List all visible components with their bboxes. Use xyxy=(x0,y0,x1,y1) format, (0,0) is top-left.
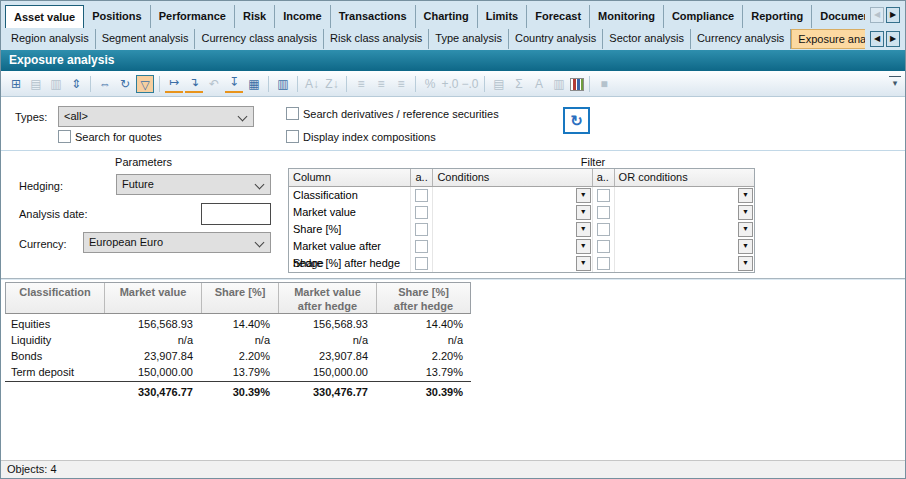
sort-ascending-icon[interactable]: A↓ xyxy=(303,75,321,93)
filter-and-checkbox[interactable] xyxy=(415,206,428,219)
filter-or-checkbox[interactable] xyxy=(597,206,610,219)
export-report-icon[interactable]: ⊞ xyxy=(7,75,25,93)
currency-select[interactable]: European Euro xyxy=(83,232,271,253)
dropdown-arrow-icon[interactable]: ▼ xyxy=(738,205,753,220)
column-select-icon[interactable]: ▥ xyxy=(274,75,292,93)
filter-or-conditions-combo[interactable]: ▼ xyxy=(615,221,754,238)
dropdown-arrow-icon[interactable]: ▼ xyxy=(576,188,591,203)
dropdown-arrow-icon[interactable]: ▼ xyxy=(576,222,591,237)
tab-forecast[interactable]: Forecast xyxy=(527,5,590,28)
tab-positions[interactable]: Positions xyxy=(84,5,151,28)
toolbar-overflow-button[interactable]: ▾ xyxy=(889,76,901,91)
refresh-view-icon[interactable]: ↻ xyxy=(116,75,134,93)
results-header-cell[interactable]: Market value xyxy=(105,283,202,313)
subtab-region-analysis[interactable]: Region analysis xyxy=(5,29,96,49)
subtab-exposure-analysis[interactable]: Exposure analysis xyxy=(791,29,865,49)
search-for-quotes-checkbox[interactable] xyxy=(58,130,71,143)
filter-or-checkbox[interactable] xyxy=(597,223,610,236)
tab-income[interactable]: Income xyxy=(275,5,331,28)
column-settings-icon[interactable]: ▥ xyxy=(550,75,568,93)
dropdown-arrow-icon[interactable]: ▼ xyxy=(738,239,753,254)
analysis-date-input[interactable] xyxy=(201,203,271,225)
filter-icon[interactable]: ▽ xyxy=(136,75,154,93)
filter-conditions-combo[interactable]: ▼ xyxy=(433,221,592,238)
table-row[interactable]: Equities 156,568.93 14.40% 156,568.93 14… xyxy=(5,316,471,332)
filter-or-conditions-combo[interactable]: ▼ xyxy=(615,238,754,255)
fit-height-icon[interactable]: ⇕ xyxy=(67,75,85,93)
subtab-country-analysis[interactable]: Country analysis xyxy=(509,29,603,49)
insert-column-icon[interactable]: ↦ xyxy=(165,75,183,93)
filter-conditions-combo[interactable]: ▼ xyxy=(433,255,592,272)
results-header-cell[interactable]: Share [%] after hedge xyxy=(377,283,470,313)
primary-tabs-scroll-right-button[interactable]: ▶ xyxy=(886,7,900,23)
filter-or-conditions-combo[interactable]: ▼ xyxy=(615,187,754,204)
dropdown-arrow-icon[interactable]: ▼ xyxy=(738,222,753,237)
types-select[interactable]: <all> xyxy=(58,106,254,127)
table-row[interactable]: Liquidity n/a n/a n/a n/a xyxy=(5,332,471,348)
filter-or-checkbox[interactable] xyxy=(597,257,610,270)
insert-row-icon[interactable]: ↴ xyxy=(185,75,203,93)
results-header-cell[interactable]: Market value after hedge xyxy=(279,283,377,313)
table-row[interactable]: Bonds 23,907.84 2.20% 23,907.84 2.20% xyxy=(5,348,471,364)
dropdown-arrow-icon[interactable]: ▼ xyxy=(738,188,753,203)
filter-or-conditions-combo[interactable]: ▼ xyxy=(615,204,754,221)
filter-conditions-combo[interactable]: ▼ xyxy=(433,238,592,255)
subtab-currency-class-analysis[interactable]: Currency class analysis xyxy=(195,29,324,49)
maximize-view-icon[interactable]: ▤ xyxy=(27,75,45,93)
filter-conditions-combo[interactable]: ▼ xyxy=(433,204,592,221)
primary-tabs-scroll-left-button[interactable]: ◀ xyxy=(870,7,884,23)
tab-compliance[interactable]: Compliance xyxy=(664,5,743,28)
dropdown-arrow-icon[interactable]: ▼ xyxy=(576,256,591,271)
refresh-button[interactable]: ↻ xyxy=(563,107,590,134)
align-right-icon[interactable]: ≡ xyxy=(392,75,410,93)
font-icon[interactable]: A xyxy=(530,75,548,93)
sum-icon[interactable]: Σ xyxy=(510,75,528,93)
search-derivatives-checkbox[interactable] xyxy=(286,107,299,120)
align-center-icon[interactable]: ≡ xyxy=(372,75,390,93)
filter-conditions-combo[interactable]: ▼ xyxy=(433,187,592,204)
fit-width-icon[interactable]: ⇔ xyxy=(96,75,114,93)
tab-risk[interactable]: Risk xyxy=(235,5,275,28)
subtab-sector-analysis[interactable]: Sector analysis xyxy=(603,29,691,49)
update-chart-icon[interactable]: ▦ xyxy=(245,75,263,93)
tab-performance[interactable]: Performance xyxy=(151,5,235,28)
secondary-tabs-scroll-right-button[interactable]: ▶ xyxy=(886,31,900,47)
subtab-segment-analysis[interactable]: Segment analysis xyxy=(96,29,196,49)
filter-and-checkbox[interactable] xyxy=(415,240,428,253)
filter-and-checkbox[interactable] xyxy=(415,223,428,236)
tab-asset-value[interactable]: Asset value xyxy=(5,5,84,28)
percent-format-icon[interactable]: % xyxy=(421,75,439,93)
results-header-cell[interactable]: Share [%] xyxy=(202,283,279,313)
table-row[interactable]: Term deposit 150,000.00 13.79% 150,000.0… xyxy=(5,364,471,380)
tab-transactions[interactable]: Transactions xyxy=(331,5,416,28)
filter-or-checkbox[interactable] xyxy=(597,189,610,202)
filter-or-checkbox[interactable] xyxy=(597,240,610,253)
dropdown-arrow-icon[interactable]: ▼ xyxy=(738,256,753,271)
undo-icon[interactable]: ↶ xyxy=(205,75,223,93)
row-settings-icon[interactable]: ▤ xyxy=(490,75,508,93)
filter-and-checkbox[interactable] xyxy=(415,257,428,270)
hedging-select[interactable]: Future xyxy=(116,174,271,195)
stop-icon[interactable]: ■ xyxy=(595,75,613,93)
bar-chart-icon[interactable] xyxy=(570,78,584,91)
subtab-risk-class-analysis[interactable]: Risk class analysis xyxy=(324,29,429,49)
sort-descending-icon[interactable]: Z↓ xyxy=(323,75,341,93)
tab-reporting[interactable]: Reporting xyxy=(743,5,812,28)
filter-and-checkbox[interactable] xyxy=(415,189,428,202)
filter-or-conditions-combo[interactable]: ▼ xyxy=(615,255,754,272)
results-header-cell[interactable]: Classification xyxy=(6,283,105,313)
import-data-icon[interactable]: ↧ xyxy=(225,75,243,93)
dropdown-arrow-icon[interactable]: ▼ xyxy=(576,239,591,254)
display-index-compositions-checkbox[interactable] xyxy=(286,130,299,143)
align-left-icon[interactable]: ≡ xyxy=(352,75,370,93)
decrease-decimals-icon[interactable]: −.0 xyxy=(461,75,479,93)
secondary-tabs-scroll-left-button[interactable]: ◀ xyxy=(870,31,884,47)
increase-decimals-icon[interactable]: +.0 xyxy=(441,75,459,93)
dropdown-arrow-icon[interactable]: ▼ xyxy=(576,205,591,220)
subtab-type-analysis[interactable]: Type analysis xyxy=(429,29,509,49)
tab-document-archive[interactable]: Document arcl xyxy=(812,5,865,28)
restore-view-icon[interactable]: ▥ xyxy=(47,75,65,93)
tab-charting[interactable]: Charting xyxy=(416,5,478,28)
tab-limits[interactable]: Limits xyxy=(478,5,527,28)
subtab-currency-analysis[interactable]: Currency analysis xyxy=(691,29,791,49)
